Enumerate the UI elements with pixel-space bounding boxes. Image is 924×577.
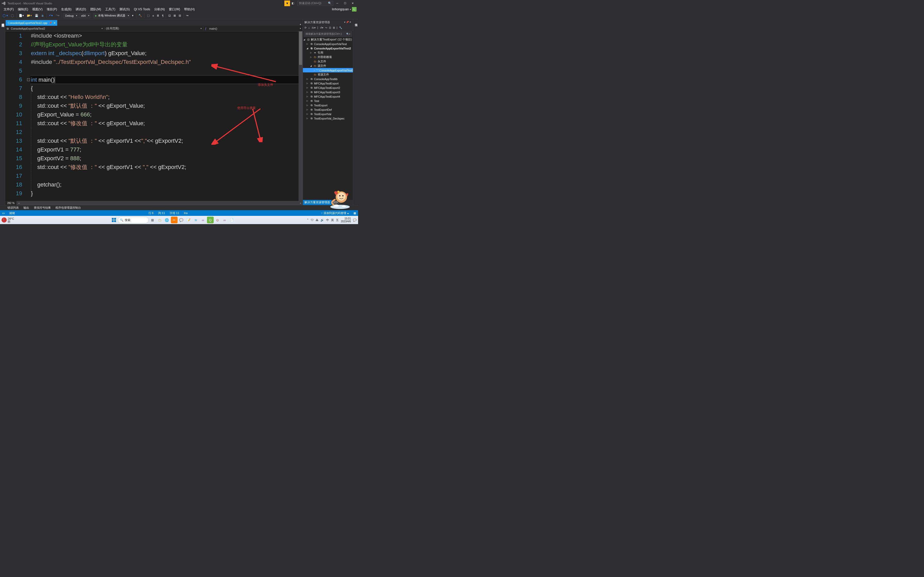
scroll-thumb[interactable] (299, 31, 302, 65)
sol-tb-icon[interactable]: ⊞ (332, 26, 335, 29)
solution-tree[interactable]: ◢⊡解决方案'TestExport' (12 个项目) ▷⧉ConsoleApp… (303, 37, 353, 200)
panel-tab-team[interactable]: 团队... (331, 200, 342, 205)
taskbar-weather[interactable]: 28°C 阴 (2, 217, 14, 223)
debug-target-dropdown[interactable]: ▾ (131, 13, 134, 19)
left-tool-strip[interactable]: 服务器资源管理器 工具箱 (0, 19, 5, 205)
maximize-button[interactable]: ☐ (341, 0, 349, 6)
user-name[interactable]: linhongquan (332, 8, 349, 11)
app-green[interactable]: Q (207, 217, 213, 223)
menu-build[interactable]: 生成(B) (59, 7, 73, 12)
new-project-button[interactable]: 📄▾ (18, 13, 25, 19)
sol-tb-icon[interactable]: ⊡ (328, 26, 331, 29)
tab-find-symbol[interactable]: 查找符号结果 (31, 205, 53, 210)
search-dropdown-icon[interactable]: 🔍▾ (346, 33, 351, 35)
undo-button[interactable]: ↶▾ (48, 13, 54, 19)
sol-tb-home-icon[interactable]: ⟳ (304, 26, 307, 29)
sol-tb-icon[interactable]: 🗀▾ (311, 26, 316, 29)
start-button[interactable] (110, 217, 117, 223)
vertical-scrollbar[interactable]: ▭ (299, 31, 303, 201)
tray-notification-icon[interactable]: 💬 (353, 218, 357, 222)
horizontal-scrollbar[interactable]: 282 % ◂ ▸ (5, 201, 303, 205)
menu-debug[interactable]: 调试(D) (73, 7, 88, 12)
panel-close-icon[interactable]: ✕ (349, 21, 351, 23)
tray-sound-icon[interactable]: 🔊 (320, 218, 324, 222)
tb-icon-2[interactable]: ⬚ (146, 13, 150, 19)
panel-pin-icon[interactable]: 📌 (346, 21, 349, 23)
sol-tb-icon[interactable]: 🔧 (339, 26, 342, 29)
tb-icon-4[interactable]: ≣ (156, 13, 160, 19)
code-text[interactable]: #include <iostream> //声明gExport_Value为dl… (31, 31, 303, 201)
tab-close-icon[interactable]: ✕ (53, 21, 56, 25)
notification-flag-icon[interactable]: ▼ (284, 0, 290, 6)
status-corner-icon[interactable]: ▦ (354, 211, 356, 215)
app-chat[interactable]: 💬 (178, 217, 184, 223)
menu-qt[interactable]: Qt VS Tools (132, 7, 152, 11)
app-assist[interactable]: ⊙ (214, 217, 221, 223)
menu-file[interactable]: 文件(F) (2, 7, 16, 12)
menu-tools[interactable]: 工具(T) (103, 7, 117, 12)
nav-back-button[interactable]: ◯ ▾ (2, 13, 9, 19)
start-debug-button[interactable]: 本地 Windows 调试器 (93, 13, 130, 18)
tray-safe-icon[interactable]: 🛡 (311, 218, 313, 221)
platform-combo[interactable]: x64 (79, 13, 90, 18)
task-view-icon[interactable]: ⊞ (149, 217, 156, 223)
sol-tb-icon[interactable]: ↺▾ (320, 26, 324, 29)
tray-clock[interactable]: 15:01 2023/4/6 (341, 217, 351, 223)
doc-tab-menu[interactable]: ▾ (298, 23, 303, 26)
menu-help[interactable]: 帮助(H) (182, 7, 197, 12)
sol-tb-icon[interactable]: ⌂ (308, 26, 310, 29)
app-vs[interactable]: ∞ (200, 217, 206, 223)
tab-output[interactable]: 输出 (21, 205, 31, 210)
app-vscode[interactable]: ≋ (192, 217, 199, 223)
save-button[interactable]: 💾 (34, 13, 39, 19)
tab-package-manager[interactable]: 程序包管理器控制台 (53, 205, 83, 210)
nav-project-combo[interactable]: ⧉ ConsoleAppExportValTest2 (5, 27, 104, 30)
minimize-button[interactable]: ─ (333, 0, 341, 6)
fold-toggle-icon[interactable]: − (27, 78, 30, 81)
tb-icon-3[interactable]: ≡ (151, 13, 155, 19)
feedback-icon[interactable]: ◧ (290, 0, 296, 6)
tb-icon-5[interactable]: ¶ (161, 13, 165, 19)
open-button[interactable]: 📂▾ (26, 13, 33, 19)
tb-icon-6[interactable]: ⊡ (167, 13, 172, 19)
scroll-right-icon[interactable]: ▸ (299, 201, 303, 205)
quick-launch-input[interactable]: 快速启动 (Ctrl+Q) 🔍 (297, 1, 333, 6)
pin-icon[interactable]: 📌 (49, 22, 52, 24)
system-tray[interactable]: ˄ 🛡 🖧 🔊 中 英 五 15:01 2023/4/6 💬 (307, 217, 357, 223)
right-tool-strip[interactable]: 属性 (353, 19, 358, 205)
app-browser[interactable]: 🌐 (163, 217, 170, 223)
redo-button[interactable]: ↷▾ (55, 13, 61, 19)
close-button[interactable]: ✕ (349, 0, 357, 6)
nav-function-combo[interactable]: ƒ main() (204, 27, 303, 30)
app-screenshot[interactable]: ✂ (171, 217, 178, 223)
solution-search-input[interactable]: 搜索解决方案资源管理器(Ctrl+;) 🔍▾ (304, 31, 352, 37)
panel-tab-solution[interactable]: 解决方案资源管理器 (303, 200, 331, 205)
tray-chevron-icon[interactable]: ˄ (307, 218, 309, 222)
nav-scope-combo[interactable]: (全局范围) (104, 27, 204, 31)
save-all-button[interactable]: 🗎 (40, 13, 45, 19)
app-vs2[interactable]: ∞ (221, 217, 228, 223)
app-explorer[interactable]: 🗀 (156, 217, 163, 223)
taskbar-search[interactable]: 🔍 搜索 (118, 217, 149, 223)
app-notes[interactable]: 📝 (185, 217, 192, 223)
user-avatar[interactable]: L (352, 7, 357, 11)
menu-project[interactable]: 项目(P) (45, 7, 59, 12)
scroll-left-icon[interactable]: ◂ (17, 201, 21, 205)
tray-ime-2[interactable]: 英 (331, 218, 334, 222)
app-notepad[interactable]: 📄 (228, 217, 235, 223)
menu-analyze[interactable]: 分析(N) (152, 7, 167, 12)
active-document-tab[interactable]: ConsoleAppExportValTest2.cpp 📌 ✕ (6, 20, 57, 26)
menu-team[interactable]: 团队(M) (88, 7, 103, 12)
user-dropdown-icon[interactable]: ▾ (350, 8, 351, 11)
panel-dropdown-icon[interactable]: ▾ (344, 21, 346, 23)
tab-error-list[interactable]: 错误列表 (5, 205, 21, 210)
tb-icon-7[interactable]: ⊞ (173, 13, 177, 19)
menu-test[interactable]: 测试(S) (117, 7, 132, 12)
source-control-button[interactable]: ↑ 添加到源代码管理 ▴ (321, 211, 349, 215)
tray-ime-3[interactable]: 五 (336, 218, 339, 222)
tb-icon-1[interactable]: 🔨 (137, 13, 143, 19)
menu-edit[interactable]: 编辑(E) (16, 7, 30, 12)
menu-view[interactable]: 视图(V) (30, 7, 45, 12)
tray-network-icon[interactable]: 🖧 (315, 218, 318, 221)
config-combo[interactable]: Debug (63, 13, 78, 18)
